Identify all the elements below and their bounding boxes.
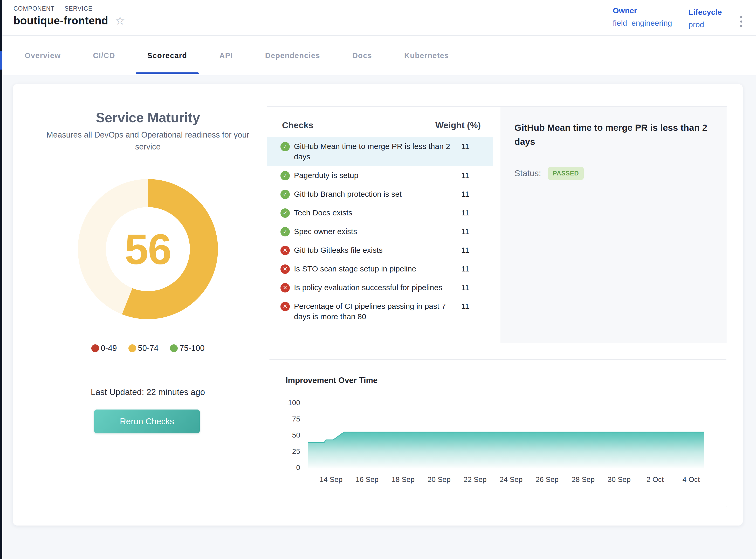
- status-badge: PASSED: [548, 167, 584, 180]
- failed-icon: ✕: [280, 302, 290, 311]
- check-detail-panel: GitHub Mean time to merge PR is less tha…: [501, 107, 727, 343]
- tab-docs[interactable]: Docs: [341, 36, 384, 75]
- detail-title: GitHub Mean time to merge PR is less tha…: [514, 121, 711, 149]
- checks-panel: Checks Weight (%) ✓ GitHub Mean time to …: [267, 106, 727, 343]
- x-axis-label: 24 Sep: [500, 475, 523, 484]
- kebab-menu-button[interactable]: [739, 15, 743, 28]
- service-maturity-section: Service Maturity Measures all DevOps and…: [18, 84, 278, 153]
- x-axis-label: 16 Sep: [356, 475, 379, 484]
- checks-list: Checks Weight (%) ✓ GitHub Mean time to …: [267, 107, 501, 343]
- failed-icon: ✕: [280, 265, 290, 274]
- passed-icon: ✓: [280, 190, 290, 199]
- legend-label: 75-100: [180, 343, 205, 353]
- check-row[interactable]: ✓ Spec owner exists 11: [267, 222, 493, 241]
- y-axis-tick: 100: [274, 399, 300, 407]
- check-weight: 11: [458, 245, 493, 255]
- legend-label: 0-49: [101, 343, 117, 353]
- check-row[interactable]: ✕ Is policy evaluation successful for pi…: [267, 278, 493, 297]
- x-axis-label: 30 Sep: [608, 475, 631, 484]
- passed-icon: ✓: [280, 142, 290, 151]
- content-area: Service Maturity Measures all DevOps and…: [0, 75, 756, 559]
- collapsed-sidebar-strip: [0, 0, 2, 559]
- failed-icon: ✕: [280, 246, 290, 255]
- legend-dot: [170, 344, 178, 352]
- maturity-score: 56: [75, 177, 221, 322]
- check-row[interactable]: ✓ Pagerduty is setup 11: [267, 166, 493, 185]
- improvement-chart-card: Improvement Over Time 1007550250 14: [269, 359, 727, 507]
- check-weight: 11: [458, 170, 493, 181]
- page: COMPONENT — SERVICE boutique-frontend ☆ …: [0, 0, 756, 559]
- favorite-star-icon[interactable]: ☆: [115, 15, 125, 26]
- owner-link[interactable]: field_engineering: [613, 19, 672, 27]
- check-row[interactable]: ✓ GitHub Mean time to merge PR is less t…: [267, 137, 493, 166]
- y-axis-tick: 0: [274, 464, 300, 472]
- x-axis-label: 28 Sep: [572, 475, 595, 484]
- legend-label: 50-74: [138, 343, 159, 353]
- check-name: Spec owner exists: [294, 226, 458, 237]
- breadcrumb: COMPONENT — SERVICE: [14, 5, 92, 12]
- chart-title: Improvement Over Time: [285, 376, 377, 385]
- check-name: Tech Docs exists: [294, 208, 458, 218]
- check-name: GitHub Mean time to merge PR is less tha…: [294, 141, 458, 162]
- area-chart-svg: [299, 400, 721, 470]
- y-axis-tick: 25: [274, 447, 300, 456]
- legend-item: 50-74: [129, 343, 159, 353]
- passed-icon: ✓: [280, 208, 290, 218]
- x-axis-label: 22 Sep: [464, 475, 487, 484]
- x-axis-label: 26 Sep: [535, 475, 558, 484]
- score-legend: 0-49 50-74 75-100: [18, 343, 278, 353]
- check-weight: 11: [458, 282, 493, 293]
- failed-icon: ✕: [280, 283, 290, 292]
- checks-header-label: Checks: [282, 120, 314, 130]
- status-label: Status:: [514, 169, 541, 178]
- maturity-title: Service Maturity: [18, 110, 278, 125]
- x-axis-label: 14 Sep: [320, 475, 343, 484]
- legend-dot: [129, 344, 136, 352]
- tab-bar: OverviewCI/CDScorecardAPIDependenciesDoc…: [0, 36, 756, 75]
- owner-label: Owner: [613, 6, 672, 15]
- tab-api[interactable]: API: [208, 36, 245, 75]
- check-weight: 11: [458, 264, 493, 274]
- legend-item: 75-100: [170, 343, 205, 353]
- check-weight: 11: [458, 189, 493, 199]
- maturity-donut-chart: 56: [75, 177, 221, 322]
- x-axis-label: 2 Oct: [646, 475, 664, 484]
- tab-ci-cd[interactable]: CI/CD: [81, 36, 127, 75]
- app-header: COMPONENT — SERVICE boutique-frontend ☆ …: [0, 0, 756, 36]
- tab-overview[interactable]: Overview: [13, 36, 72, 75]
- rerun-checks-button[interactable]: Rerun Checks: [94, 409, 200, 433]
- tab-scorecard[interactable]: Scorecard: [136, 36, 199, 75]
- y-axis-tick: 75: [274, 415, 300, 423]
- check-rows: ✓ GitHub Mean time to merge PR is less t…: [267, 137, 501, 326]
- y-axis-tick: 50: [274, 431, 300, 439]
- x-axis-label: 4 Oct: [683, 475, 700, 484]
- check-weight: 11: [458, 226, 493, 237]
- lifecycle-value: prod: [689, 20, 722, 29]
- tab-dependencies[interactable]: Dependencies: [253, 36, 332, 75]
- tab-kubernetes[interactable]: Kubernetes: [392, 36, 461, 75]
- check-row[interactable]: ✓ GitHub Branch protection is set 11: [267, 185, 493, 203]
- legend-dot: [91, 344, 99, 352]
- check-name: Is STO scan stage setup in pipeline: [294, 264, 458, 274]
- check-name: GitHub Branch protection is set: [294, 189, 458, 199]
- check-row[interactable]: ✕ Is STO scan stage setup in pipeline 11: [267, 260, 493, 278]
- page-title: boutique-frontend: [14, 15, 108, 27]
- x-axis-label: 18 Sep: [391, 475, 415, 484]
- passed-icon: ✓: [280, 227, 290, 237]
- weight-header-label: Weight (%): [435, 120, 481, 130]
- check-row[interactable]: ✓ Tech Docs exists 11: [267, 203, 493, 222]
- check-weight: 11: [458, 208, 493, 218]
- scorecard-card: Service Maturity Measures all DevOps and…: [13, 84, 743, 526]
- sidebar-active-indicator: [0, 51, 2, 70]
- lifecycle-label: Lifecycle: [689, 8, 722, 17]
- check-name: Is policy evaluation successful for pipe…: [294, 282, 458, 293]
- check-row[interactable]: ✕ GitHub Gitleaks file exists 11: [267, 241, 493, 260]
- x-axis-label: 20 Sep: [428, 475, 451, 484]
- check-weight: 11: [458, 301, 493, 311]
- maturity-subtitle: Measures all DevOps and Operational read…: [40, 129, 255, 153]
- check-name: Percentage of CI pipelines passing in pa…: [294, 301, 458, 322]
- legend-item: 0-49: [91, 343, 117, 353]
- passed-icon: ✓: [280, 171, 290, 180]
- check-name: Pagerduty is setup: [294, 170, 458, 181]
- check-row[interactable]: ✕ Percentage of CI pipelines passing in …: [267, 297, 493, 326]
